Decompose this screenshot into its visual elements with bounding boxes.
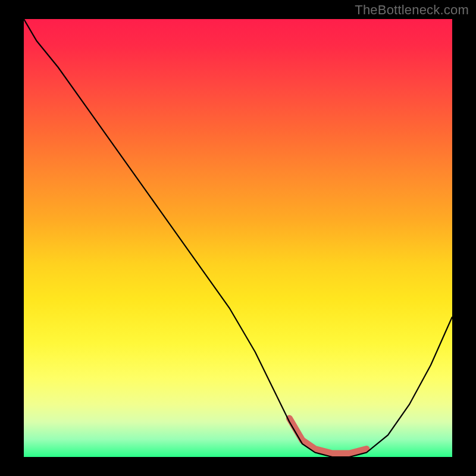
bottleneck-chart bbox=[24, 19, 452, 457]
chart-svg bbox=[24, 19, 452, 457]
watermark-text: TheBottleneck.com bbox=[355, 2, 469, 18]
optimal-range-highlight bbox=[289, 418, 367, 453]
bottleneck-curve-line bbox=[24, 19, 452, 457]
